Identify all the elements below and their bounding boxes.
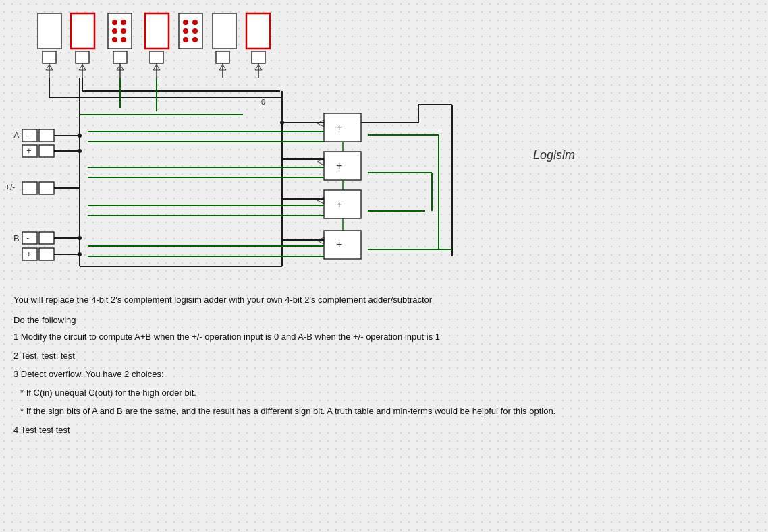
svg-rect-46	[22, 182, 37, 194]
svg-rect-64	[324, 231, 361, 259]
svg-rect-49	[22, 232, 37, 244]
svg-text:+/-: +/-	[5, 183, 15, 192]
item3b: * If the sign bits of A and B are the sa…	[20, 405, 756, 418]
svg-rect-10	[179, 13, 202, 49]
item4: 4 Test test test	[13, 423, 756, 437]
intro-text: You will replace the 4-bit 2's complemen…	[13, 293, 756, 307]
svg-text:+: +	[336, 160, 342, 171]
svg-text:+: +	[336, 121, 342, 133]
item2-num: 2	[13, 351, 18, 361]
svg-point-8	[121, 37, 126, 42]
svg-rect-18	[246, 13, 270, 49]
svg-rect-58	[324, 152, 361, 180]
text-area: You will replace the 4-bit 2's complemen…	[13, 293, 756, 442]
svg-text:-: -	[26, 130, 29, 140]
svg-point-5	[112, 28, 117, 34]
item2: 2 Test, test, test	[13, 349, 756, 363]
svg-rect-24	[252, 51, 265, 63]
svg-point-111	[78, 149, 82, 153]
svg-text:0: 0	[261, 98, 265, 106]
svg-rect-61	[324, 190, 361, 218]
item3a: * If C(in) unequal C(out) for the high o…	[20, 386, 756, 400]
svg-rect-2	[108, 13, 132, 49]
svg-point-4	[121, 20, 126, 25]
svg-text:A: A	[13, 130, 20, 140]
do-following-label: Do the following	[13, 314, 756, 327]
svg-point-110	[78, 134, 82, 138]
svg-rect-1	[71, 13, 94, 49]
svg-text:+: +	[336, 198, 342, 210]
svg-point-114	[280, 121, 284, 125]
item1-num: 1	[13, 332, 18, 342]
svg-rect-20	[76, 51, 89, 63]
svg-rect-9	[145, 13, 169, 49]
item4-text: Test test test	[21, 425, 70, 435]
logisim-label: Logisim	[533, 148, 575, 162]
svg-point-3	[112, 20, 117, 25]
svg-point-113	[78, 252, 82, 256]
svg-rect-19	[43, 51, 56, 63]
item1-text: Modify the circuit to compute A+B when t…	[21, 332, 440, 342]
svg-rect-39	[22, 129, 37, 142]
svg-point-14	[192, 28, 198, 34]
svg-point-13	[183, 28, 188, 34]
circuit-diagram: 0 A - + +/- B - + +	[0, 0, 493, 283]
svg-point-12	[192, 20, 198, 25]
svg-rect-41	[39, 129, 54, 142]
item4-num: 4	[13, 425, 18, 435]
svg-text:+: +	[336, 239, 342, 250]
svg-rect-47	[39, 182, 54, 194]
svg-rect-21	[113, 51, 127, 63]
item3-text: Detect overflow. You have 2 choices:	[21, 369, 164, 379]
svg-point-7	[112, 37, 117, 42]
svg-point-16	[192, 37, 198, 42]
svg-point-11	[183, 20, 188, 25]
svg-text:+: +	[26, 249, 32, 259]
svg-text:B: B	[13, 233, 20, 243]
item2-text: Test, test, test	[21, 351, 75, 361]
svg-rect-51	[39, 232, 54, 244]
svg-text:+: +	[26, 146, 32, 156]
item3-num: 3	[13, 369, 18, 379]
svg-rect-23	[216, 51, 229, 63]
svg-rect-55	[324, 113, 361, 142]
svg-text:-: -	[26, 233, 29, 243]
item1: 1 Modify the circuit to compute A+B when…	[13, 330, 756, 344]
svg-point-15	[183, 37, 188, 42]
svg-marker-63	[317, 197, 324, 204]
svg-point-112	[78, 236, 82, 240]
svg-rect-22	[150, 51, 163, 63]
svg-rect-44	[39, 145, 54, 157]
svg-point-6	[121, 28, 126, 34]
svg-rect-17	[213, 13, 236, 49]
item3: 3 Detect overflow. You have 2 choices:	[13, 367, 756, 381]
svg-rect-54	[39, 248, 54, 260]
svg-rect-0	[38, 13, 61, 49]
main-canvas: Logisim	[0, 0, 768, 532]
